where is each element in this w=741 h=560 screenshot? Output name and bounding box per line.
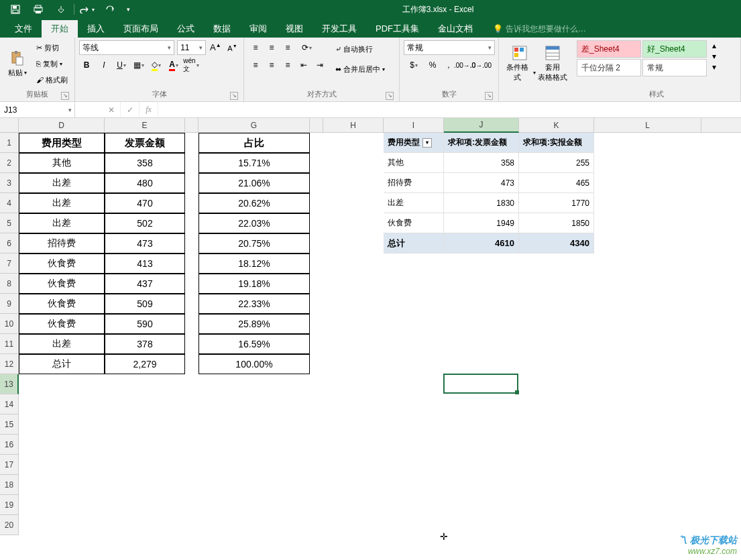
cell[interactable]: 358 [105, 153, 185, 173]
border-button[interactable]: ▦▾ [131, 58, 146, 72]
column-header[interactable]: G [198, 118, 310, 133]
accounting-format-button[interactable]: $▾ [404, 58, 424, 72]
worksheet-grid[interactable]: DEGHIJKLM 123456789101112131415161718192… [0, 118, 741, 560]
cell[interactable]: 1850 [519, 213, 594, 233]
qat-undo-button[interactable]: ▾ [76, 0, 99, 19]
cell[interactable]: 伙食费 [19, 254, 105, 274]
insert-function-button[interactable]: fx [139, 102, 158, 117]
name-box[interactable]: J13▾ [0, 102, 75, 117]
row-header[interactable]: 9 [0, 294, 19, 314]
increase-font-button[interactable]: A▲ [209, 40, 223, 55]
row-header[interactable]: 14 [0, 394, 19, 414]
cell[interactable]: 502 [105, 213, 185, 233]
cell[interactable]: 1830 [444, 193, 519, 213]
cell[interactable]: 出差 [384, 193, 444, 213]
number-format-combo[interactable]: 常规▾ [404, 40, 495, 55]
cell[interactable]: 费用类型 [19, 133, 105, 153]
cell-style-thousand[interactable]: 千位分隔 2 [577, 59, 641, 76]
row-header[interactable]: 6 [0, 233, 19, 254]
cell[interactable]: 出差 [19, 213, 105, 233]
number-launcher[interactable]: ↘ [485, 92, 493, 100]
decrease-font-button[interactable]: A▼ [225, 40, 239, 55]
clipboard-launcher[interactable]: ↘ [61, 92, 69, 100]
cell[interactable]: 509 [105, 294, 185, 314]
cell[interactable]: 4340 [519, 233, 594, 254]
tab-formulas[interactable]: 公式 [168, 20, 204, 38]
align-right-button[interactable]: ≡ [280, 58, 295, 72]
column-header[interactable]: E [105, 118, 185, 133]
tab-home[interactable]: 开始 [42, 20, 78, 38]
cell[interactable]: 473 [444, 173, 519, 193]
cell[interactable]: 22.03% [198, 213, 310, 233]
cell[interactable]: 求和项:实报金额 [519, 133, 594, 153]
cell[interactable]: 25.89% [198, 314, 310, 334]
cut-button[interactable]: ✂剪切 [34, 40, 70, 55]
row-header[interactable]: 12 [0, 354, 19, 374]
column-header[interactable] [185, 118, 198, 133]
row-header[interactable]: 17 [0, 455, 19, 475]
bold-button[interactable]: B [79, 58, 94, 72]
cell[interactable]: 其他 [19, 153, 105, 173]
row-header[interactable]: 5 [0, 213, 19, 233]
tab-review[interactable]: 审阅 [240, 20, 276, 38]
italic-button[interactable]: I [97, 58, 111, 72]
align-top-button[interactable]: ≡ [248, 40, 263, 55]
font-size-combo[interactable]: 11▾ [177, 40, 206, 55]
formula-input[interactable] [158, 102, 741, 117]
cell[interactable]: 出差 [19, 334, 105, 354]
cell[interactable]: 255 [519, 153, 594, 173]
row-header[interactable]: 19 [0, 495, 19, 515]
merge-center-button[interactable]: ⬌合并后居中▾ [333, 60, 388, 78]
cell[interactable]: 4610 [444, 233, 519, 254]
tab-developer[interactable]: 开发工具 [312, 20, 366, 38]
column-header[interactable] [310, 118, 323, 133]
row-header[interactable]: 10 [0, 314, 19, 334]
tell-me-search[interactable]: 💡 告诉我您想要做什么… [493, 20, 586, 38]
column-header[interactable]: J [444, 118, 519, 133]
cell[interactable]: 发票金额 [105, 133, 185, 153]
tab-insert[interactable]: 插入 [78, 20, 114, 38]
align-left-button[interactable]: ≡ [248, 58, 263, 72]
cell[interactable]: 20.75% [198, 233, 310, 254]
cell-style-good[interactable]: 好_Sheet4 [642, 40, 707, 58]
cell[interactable]: 21.06% [198, 173, 310, 193]
styles-more[interactable]: ▾ [709, 62, 719, 72]
cell[interactable]: 伙食费 [384, 213, 444, 233]
row-header[interactable]: 13 [0, 374, 19, 394]
cell[interactable]: 1949 [444, 213, 519, 233]
cell[interactable]: 伙食费 [19, 314, 105, 334]
orientation-button[interactable]: ⟳▾ [296, 40, 317, 55]
font-launcher[interactable]: ↘ [230, 92, 238, 100]
font-color-button[interactable]: A▾ [166, 58, 181, 72]
row-header[interactable]: 7 [0, 254, 19, 274]
cell[interactable]: 其他 [384, 153, 444, 173]
align-middle-button[interactable]: ≡ [264, 40, 279, 55]
cell-style-bad[interactable]: 差_Sheet4 [577, 40, 641, 58]
copy-button[interactable]: ⎘复制▾ [34, 56, 70, 71]
tab-pdf-tools[interactable]: PDF工具集 [366, 20, 429, 38]
row-header[interactable]: 4 [0, 193, 19, 213]
styles-scroll-down[interactable]: ▾ [709, 51, 719, 62]
font-name-combo[interactable]: 等线▾ [79, 40, 174, 55]
column-header[interactable]: L [594, 118, 701, 133]
row-header[interactable]: 16 [0, 435, 19, 455]
cell[interactable]: 465 [519, 173, 594, 193]
row-header[interactable]: 2 [0, 153, 19, 173]
align-center-button[interactable]: ≡ [264, 58, 279, 72]
cell[interactable]: 19.18% [198, 274, 310, 294]
phonetic-button[interactable]: wén文▾ [184, 58, 198, 72]
cell[interactable]: 100.00% [198, 354, 310, 374]
cell[interactable]: 出差 [19, 193, 105, 213]
cell[interactable]: 总计 [19, 354, 105, 374]
cell[interactable]: 413 [105, 254, 185, 274]
format-painter-button[interactable]: 🖌格式刷 [34, 72, 70, 87]
row-header[interactable]: 20 [0, 515, 19, 535]
column-header[interactable]: I [384, 118, 444, 133]
row-header[interactable]: 3 [0, 173, 19, 193]
cell[interactable]: 出差 [19, 173, 105, 193]
column-header[interactable]: M [701, 118, 741, 133]
cell[interactable]: 437 [105, 274, 185, 294]
tab-view[interactable]: 视图 [276, 20, 312, 38]
pivot-filter-button[interactable]: ▾ [422, 138, 432, 148]
row-header[interactable]: 1 [0, 133, 19, 153]
